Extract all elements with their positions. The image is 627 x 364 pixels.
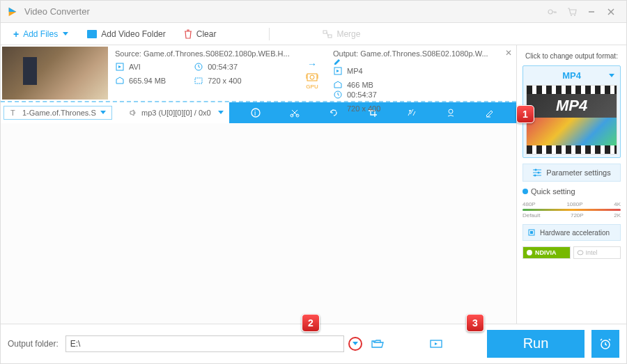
run-button[interactable]: Run (487, 330, 585, 358)
quick-setting-label: Quick setting (522, 187, 621, 196)
parameter-settings-label: Parameter settings (546, 168, 610, 177)
audio-track-dropdown[interactable]: mp3 (U[0][0][0] / 0x0 (123, 106, 229, 119)
svg-text:i: i (254, 109, 256, 117)
clock-icon (333, 90, 343, 100)
output-info: ✕ Output: Game.of.Thrones.S08E02.1080p.W… (326, 45, 516, 101)
open-folder-button[interactable] (369, 335, 386, 352)
nvidia-button[interactable]: NDIVIA (522, 246, 571, 259)
clear-label: Clear (196, 29, 217, 39)
storage-icon (333, 80, 343, 90)
svg-point-0 (548, 10, 552, 14)
format-selector[interactable]: MP4 MP4 (522, 65, 621, 158)
source-resolution: 720 x 400 (208, 77, 241, 85)
scheduler-button[interactable] (591, 330, 619, 358)
chevron-down-icon[interactable] (62, 32, 69, 36)
hardware-accel-label: Hardware acceleration (540, 229, 610, 237)
resolution-icon (194, 76, 203, 86)
format-name: MP4 (562, 70, 581, 81)
bullet-icon (522, 189, 528, 194)
svg-rect-6 (323, 31, 327, 33)
video-track-dropdown[interactable]: T 1-Game.of.Thrones.S (3, 106, 112, 120)
output-folder-label: Output folder: (8, 339, 59, 349)
svg-point-25 (535, 169, 537, 171)
svg-rect-31 (530, 231, 533, 234)
source-filename: Game.of.Thrones.S08E02.1080p.WEB.H... (144, 49, 290, 58)
svg-point-2 (574, 15, 575, 16)
edit-icon[interactable] (333, 58, 509, 66)
app-logo-icon (6, 6, 19, 18)
svg-point-27 (538, 172, 540, 174)
merge-button[interactable]: Merge (316, 26, 367, 42)
output-duration: 00:54:37 (347, 90, 377, 99)
svg-rect-15 (334, 106, 341, 111)
audio-track-label: mp3 (U[0][0][0] / 0x0 (141, 109, 211, 117)
merge-icon (323, 30, 332, 38)
output-folder-input[interactable] (65, 335, 344, 352)
svg-point-1 (571, 15, 572, 16)
toolbar: + Add Files Add Video Folder Clear Merge (1, 23, 626, 45)
source-info: Source: Game.of.Thrones.S08E02.1080p.WEB… (108, 45, 298, 101)
app-title: Video Converter (24, 6, 543, 17)
format-icon (333, 66, 343, 76)
gpu-badge-icon: GPU (304, 72, 320, 88)
format-preview-text: MP4 (527, 94, 617, 118)
svg-rect-7 (328, 35, 332, 38)
source-size: 665.94 MB (129, 77, 166, 85)
parameter-settings-button[interactable]: Parameter settings (522, 164, 621, 182)
add-video-folder-button[interactable]: Add Video Folder (80, 26, 173, 42)
close-button[interactable] (601, 2, 621, 22)
format-preview: MP4 (526, 85, 617, 155)
callout-1: 1 (516, 105, 534, 123)
hardware-acceleration-button[interactable]: Hardware acceleration (522, 224, 621, 241)
clear-button[interactable]: Clear (177, 26, 224, 42)
nvidia-icon (526, 249, 533, 256)
open-output-button[interactable] (428, 335, 444, 352)
source-format: AVI (129, 63, 141, 71)
svg-text:T: T (10, 109, 15, 117)
callout-3: 3 (466, 314, 484, 332)
gpu-vendor-row: NDIVIA Intel (522, 246, 621, 259)
video-thumbnail[interactable] (2, 47, 108, 100)
chip-icon (527, 228, 536, 237)
separator (269, 28, 270, 40)
svg-point-12 (310, 75, 314, 79)
add-video-folder-label: Add Video Folder (101, 29, 166, 39)
add-files-button[interactable]: + Add Files (6, 26, 76, 42)
key-icon[interactable] (543, 2, 562, 22)
trim-icon[interactable] (286, 104, 303, 121)
info-icon[interactable]: i (247, 104, 264, 121)
callout-2: 2 (302, 314, 320, 332)
output-filename: Game.of.Thrones.S08E02.1080p.W... (360, 49, 488, 58)
chevron-down-icon[interactable] (609, 74, 614, 78)
trash-icon (184, 29, 192, 39)
folder-icon (87, 30, 97, 38)
chevron-down-icon (218, 111, 224, 115)
subtitle-icon: T (10, 109, 18, 117)
add-files-label: Add Files (23, 29, 58, 39)
empty-area (1, 123, 516, 324)
remove-item-button[interactable]: ✕ (505, 48, 512, 58)
svg-point-29 (534, 175, 536, 177)
sliders-icon (532, 168, 542, 177)
plus-icon: + (13, 29, 19, 40)
titlebar: Video Converter (1, 1, 626, 23)
source-label: Source: (115, 49, 141, 58)
file-item: Source: Game.of.Thrones.S08E02.1080p.WEB… (1, 45, 516, 102)
output-size: 466 MB (347, 81, 373, 89)
quality-slider[interactable]: 480P1080P4K Default720P2K (522, 201, 621, 219)
resolution-icon (333, 104, 343, 113)
svg-point-33 (578, 251, 583, 255)
minimize-button[interactable] (582, 2, 601, 22)
intel-button[interactable]: Intel (573, 246, 621, 259)
intel-icon (577, 249, 584, 256)
output-resolution: 720 x 400 (347, 104, 380, 113)
output-folder-dropdown[interactable] (348, 337, 362, 351)
conversion-indicator: → GPU (298, 45, 326, 101)
speaker-icon (129, 109, 137, 117)
format-hint: Click to change output format: (522, 52, 621, 60)
merge-label: Merge (336, 29, 360, 39)
source-duration: 00:54:37 (208, 63, 238, 71)
left-pane: Source: Game.of.Thrones.S08E02.1080p.WEB… (1, 45, 516, 324)
cart-icon[interactable] (562, 2, 582, 22)
svg-rect-10 (195, 78, 202, 84)
